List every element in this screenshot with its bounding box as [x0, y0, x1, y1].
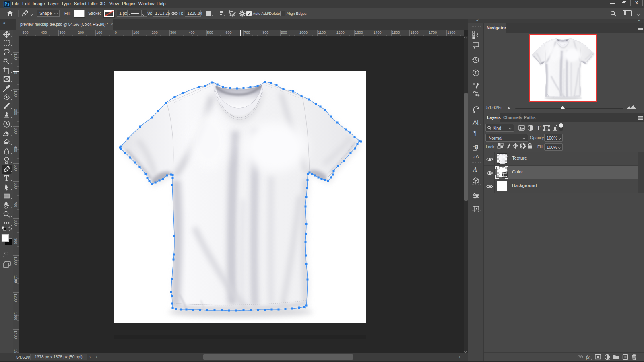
- svg-text:T: T: [537, 125, 541, 131]
- svg-text:¶: ¶: [473, 129, 477, 136]
- svg-text:aA: aA: [473, 154, 479, 160]
- svg-text:¶: ¶: [475, 146, 477, 149]
- svg-text:fx: fx: [586, 354, 590, 360]
- svg-text:A: A: [473, 166, 477, 173]
